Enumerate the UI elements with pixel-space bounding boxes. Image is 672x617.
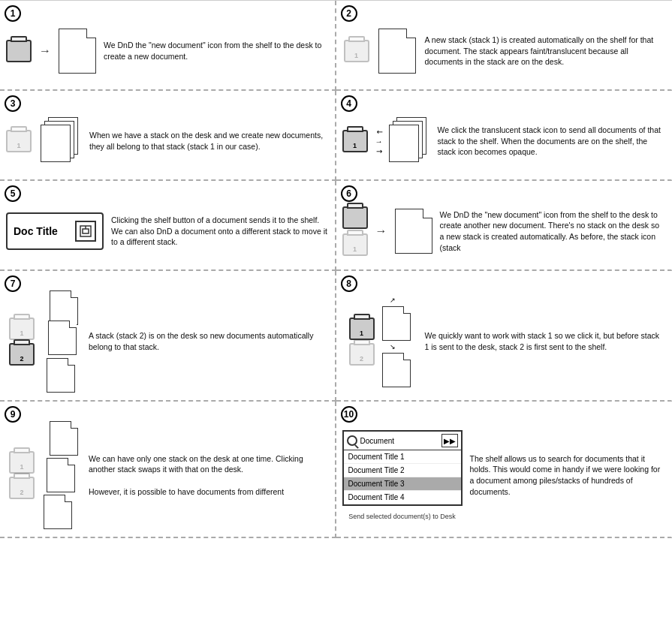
step-7-shelf-icon-2: 2 [9,343,35,366]
step-1-number: 1 [5,5,21,22]
stack-num-7a: 1 [20,330,23,337]
doc-front-3 [41,125,71,162]
paper-slot-9b [14,473,30,479]
paper-slot-6b [347,230,363,236]
doc-list-item-0[interactable]: Document Title 1 [344,450,461,464]
step-9-number: 9 [5,406,21,423]
step-8-description: We quickly want to work with stack 1 so … [417,330,666,352]
multi-doc-3 [41,117,82,166]
paper-slot-8a [354,314,370,320]
step-8-shelf-icon-2: 2 [349,343,375,366]
search-bar-10: Document ▶▶ [344,432,461,450]
step-5-illustration: Doc Title [6,212,104,250]
search-go-btn-10[interactable]: ▶▶ [441,434,458,447]
step-7-cell: 7 1 2 [0,271,336,402]
step-7-illustration-group: 1 2 [9,290,78,393]
step-10-content: Document ▶▶ Document Title 1 Document Ti… [342,418,666,520]
doc-shape-9c [44,495,72,529]
printer-icon-7b: 2 [9,343,35,366]
stack-num-8a: 1 [360,330,363,337]
step-7-shelf-icon-1: 1 [9,318,35,340]
step-8-content: 1 2 ↗ ↘ [342,284,666,387]
paper-slot-8b [354,339,370,345]
printer-icon-9b: 2 [9,477,35,499]
shelf-btn-icon [79,224,92,238]
step-3-number: 3 [5,95,21,112]
step-3-shelf-icon-faint: 1 [6,130,32,152]
doc-list-item-1[interactable]: Document Title 2 [344,464,461,477]
step-2-illustration: 1 [342,29,417,74]
doc-front-4 [389,125,419,162]
step-2-illustration-group: 1 [344,29,416,74]
arrow-icon-1: → [39,44,51,58]
doc-shape-9a [50,421,78,456]
paper-slot-2 [348,36,365,42]
step-1-description: We DnD the "new document" icon from the … [96,40,329,62]
step-2-description: A new stack (stack 1) is created automat… [417,35,666,68]
step-10-illustration: Document ▶▶ Document Title 1 Document Ti… [342,430,463,520]
printer-icon-6a [342,206,368,229]
svg-rect-1 [83,229,89,233]
step-5-description: Clicking the shelf button of a document … [104,215,329,248]
arrow-icon-6: → [375,224,387,238]
doc-shape-7b [48,321,77,355]
doc-list-item-2[interactable]: Document Title 3 [344,477,461,491]
step-9-content: 1 2 [6,409,329,529]
doc-list-item-3[interactable]: Document Title 4 [344,491,461,504]
stack-num-4: 1 [353,142,357,149]
stack-num-9a: 1 [20,463,23,471]
doc-title-label: Doc Title [14,225,71,237]
step-5-content: Doc Title Clicking the shelf button of a… [6,200,329,250]
step-8-illustration-group: 1 2 ↗ ↘ [349,296,411,387]
step-3-illustration: 1 [6,117,82,166]
paper-slot-1 [11,36,27,42]
paper-slot-6a [347,203,363,209]
step-4-cell: 4 1 ↖ → ↗ [336,91,673,181]
step-4-illustration: 1 ↖ → ↗ [342,117,430,166]
step-6-content: 1 → We DnD the "new document" icon from … [342,194,666,256]
step-1-shelf-icon [6,40,32,62]
step-7-number: 7 [5,275,21,292]
paper-slot-4 [347,126,363,132]
printer-icon-3: 1 [6,130,32,152]
step-8-shelf-icon-1: 1 [349,318,375,340]
step-7-description: A stack (stack 2) is on the desk so new … [81,330,329,352]
step-4-description: We click the translucent stack icon to s… [430,125,666,158]
multi-doc-4 [389,117,430,166]
doc-shape-6 [395,209,432,254]
printer-icon-2: 1 [344,40,369,62]
step-2-shelf-icon-faint: 1 [344,40,369,62]
step-8-illustration: 1 2 ↗ ↘ [342,296,417,387]
doc-shape-2 [378,29,416,74]
search-input-mock-10[interactable]: Document [360,437,441,445]
step-1-illustration: → [6,29,96,74]
step-4-content: 1 ↖ → ↗ We click the translucent st [342,105,666,166]
shelf-button-5[interactable] [75,221,96,242]
step-6-cell: 6 1 [336,181,673,271]
printer-icon-8a: 1 [349,318,375,340]
printer-icon-6b: 1 [342,233,368,256]
arrow-8a: ↗ [390,296,396,304]
doc-shape-8b [382,353,411,387]
stack-num-8b: 2 [360,355,363,363]
paper-slot-7b [14,339,30,345]
step-4-number: 4 [341,95,357,112]
step-3-content: 1 When we have a stack on the desk and w… [6,105,329,166]
search-icon-10 [347,435,357,446]
stack-num-3: 1 [17,142,20,149]
send-label-10: Send selected document(s) to Desk [342,510,463,520]
step-3-illustration-group: 1 [6,117,82,166]
step-5-cell: 5 Doc Title Clicking the shelf button of… [0,181,336,271]
step-2-cell: 2 1 A new stack (stack 1) is created aut… [336,1,673,91]
printer-icon-9a: 1 [9,451,35,474]
step-9-cell: 9 1 2 [0,402,336,538]
doc-shape-8a [382,306,411,341]
step-3-cell: 3 1 When we have a [0,91,336,181]
arrow-icon-4a: ↖ [374,126,384,136]
arrow-icon-4c: ↗ [374,146,384,155]
arrow-icon-4b: → [375,137,383,146]
stack-num-7b: 2 [20,355,23,363]
step-7-content: 1 2 [6,278,329,393]
steps-grid: 1 → We DnD the "new document" icon from … [0,0,672,538]
step-5-number: 5 [5,185,21,202]
